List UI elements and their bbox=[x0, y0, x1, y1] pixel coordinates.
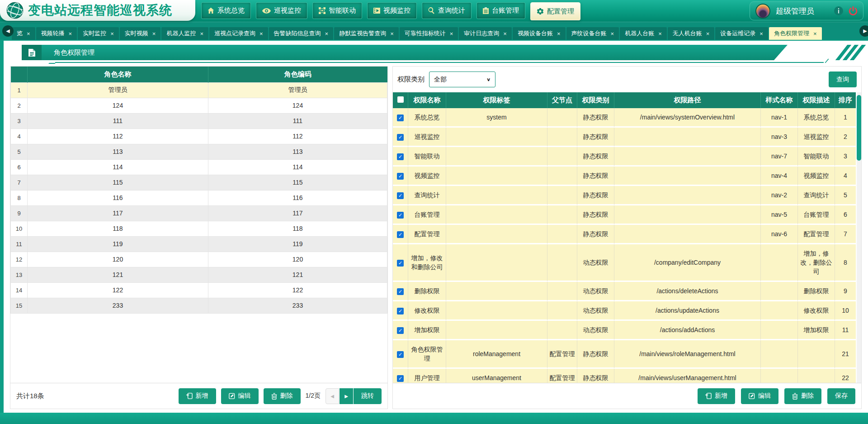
close-icon[interactable]: × bbox=[200, 31, 203, 37]
close-icon[interactable]: × bbox=[325, 31, 329, 37]
info-icon[interactable] bbox=[834, 6, 843, 15]
close-icon[interactable]: × bbox=[813, 31, 817, 37]
permission-row[interactable]: ✓智能联动静态权限nav-7智能联动3 bbox=[393, 147, 856, 167]
tab-item[interactable]: 角色权限管理× bbox=[769, 27, 822, 40]
tab-item[interactable]: 视频轮播× bbox=[36, 27, 77, 40]
permission-row[interactable]: ✓巡视监控静态权限nav-3巡视监控2 bbox=[393, 128, 856, 147]
nav-video-monitor[interactable]: 视频监控 bbox=[367, 2, 417, 19]
row-checkbox[interactable]: ✓ bbox=[397, 134, 404, 141]
permission-row[interactable]: ✓增加权限动态权限/actions/addActions增加权限11 bbox=[393, 321, 856, 340]
permission-row[interactable]: ✓查询统计静态权限nav-2查询统计5 bbox=[393, 186, 856, 205]
row-checkbox[interactable]: ✓ bbox=[397, 231, 404, 238]
close-icon[interactable]: × bbox=[450, 31, 453, 37]
close-icon[interactable]: × bbox=[27, 31, 30, 37]
close-icon[interactable]: × bbox=[390, 31, 394, 37]
role-row[interactable]: 5113113 bbox=[11, 144, 387, 159]
role-row[interactable]: 8116116 bbox=[11, 190, 387, 205]
role-row[interactable]: 6114114 bbox=[11, 159, 387, 175]
query-button[interactable]: 查询 bbox=[829, 71, 857, 87]
row-checkbox[interactable]: ✓ bbox=[397, 288, 404, 295]
permission-row[interactable]: ✓系统总览system静态权限/main/views/systemOvervie… bbox=[393, 108, 856, 128]
role-row[interactable]: 7115115 bbox=[11, 175, 387, 190]
table-cell bbox=[614, 147, 761, 167]
save-button[interactable]: 保存 bbox=[827, 388, 855, 404]
close-icon[interactable]: × bbox=[706, 31, 710, 37]
add-button[interactable]: 新增 bbox=[179, 388, 216, 404]
close-icon[interactable]: × bbox=[760, 31, 763, 37]
delete-button[interactable]: 删除 bbox=[784, 388, 821, 404]
tab-item[interactable]: 机器人监控× bbox=[161, 27, 208, 40]
tab-item[interactable]: 审计日志查询× bbox=[459, 27, 512, 40]
nav-query-statistics[interactable]: 查询统计 bbox=[422, 2, 472, 19]
row-checkbox[interactable]: ✓ bbox=[397, 351, 404, 358]
role-row[interactable]: 3111111 bbox=[11, 113, 387, 129]
tab-item[interactable]: 静默监视告警查询× bbox=[334, 27, 399, 40]
row-checkbox[interactable]: ✓ bbox=[397, 375, 404, 382]
permission-row[interactable]: ✓删除权限动态权限/actions/deleteActions删除权限9 bbox=[393, 282, 856, 301]
scrollbar-thumb[interactable] bbox=[857, 95, 861, 161]
role-row[interactable]: 10118118 bbox=[11, 221, 387, 236]
role-row[interactable]: 11119119 bbox=[11, 236, 387, 252]
nav-config-management[interactable]: 配置管理 bbox=[530, 2, 580, 20]
permission-row[interactable]: ✓用户管理userManagement配置管理静态权限/main/views/u… bbox=[393, 369, 856, 383]
tab-item[interactable]: 无人机台账× bbox=[668, 27, 715, 40]
permission-row[interactable]: ✓视频监控静态权限nav-4视频监控4 bbox=[393, 167, 856, 186]
close-icon[interactable]: × bbox=[658, 31, 662, 37]
add-button[interactable]: 新增 bbox=[698, 388, 735, 404]
edit-button[interactable]: 编辑 bbox=[741, 388, 778, 404]
permission-row[interactable]: ✓台账管理静态权限nav-5台账管理6 bbox=[393, 205, 856, 225]
row-checkbox[interactable]: ✓ bbox=[397, 153, 404, 160]
row-checkbox[interactable]: ✓ bbox=[397, 212, 404, 219]
edit-button[interactable]: 编辑 bbox=[221, 388, 259, 404]
tab-item[interactable]: 声纹设备台账× bbox=[566, 27, 619, 40]
nav-system-overview[interactable]: 系统总览 bbox=[201, 2, 251, 19]
nav-smart-linkage[interactable]: 智能联动 bbox=[312, 2, 362, 19]
tab-scroll-left-button[interactable]: ◀ bbox=[2, 25, 14, 37]
row-checkbox[interactable]: ✓ bbox=[397, 260, 404, 267]
close-icon[interactable]: × bbox=[503, 31, 507, 37]
select-all-checkbox[interactable] bbox=[397, 96, 404, 103]
row-checkbox[interactable]: ✓ bbox=[397, 308, 404, 314]
close-icon[interactable]: × bbox=[110, 31, 114, 37]
row-checkbox[interactable]: ✓ bbox=[397, 192, 404, 199]
role-row[interactable]: 13121121 bbox=[11, 267, 387, 282]
tab-item[interactable]: 实时监控× bbox=[78, 27, 119, 40]
permission-row[interactable]: ✓角色权限管理roleManagement配置管理静态权限/main/views… bbox=[393, 340, 856, 369]
prev-page-button[interactable]: ◀ bbox=[326, 388, 339, 404]
delete-button[interactable]: 删除 bbox=[264, 388, 301, 404]
role-row[interactable]: 15233233 bbox=[11, 298, 387, 313]
nav-inspection-monitor[interactable]: 巡视监控 bbox=[256, 2, 307, 19]
permission-type-select[interactable]: 全部 ∨ bbox=[429, 71, 495, 87]
role-row[interactable]: 1管理员管理员 bbox=[11, 82, 387, 98]
row-checkbox[interactable]: ✓ bbox=[397, 327, 404, 334]
permission-row[interactable]: ✓增加，修改和删除公司动态权限/company/editCompany增加，修改… bbox=[393, 244, 856, 282]
tab-item[interactable]: 机器人台账× bbox=[620, 27, 667, 40]
row-checkbox[interactable]: ✓ bbox=[397, 173, 404, 180]
next-page-button[interactable]: ▶ bbox=[340, 388, 353, 404]
tab-scroll-right-button[interactable]: ▶ bbox=[859, 25, 868, 37]
row-checkbox[interactable]: ✓ bbox=[397, 114, 404, 121]
role-row[interactable]: 12120120 bbox=[11, 252, 387, 267]
close-icon[interactable]: × bbox=[259, 31, 263, 37]
permission-row[interactable]: ✓配置管理静态权限nav-6配置管理7 bbox=[393, 225, 856, 244]
tab-item[interactable]: 设备运维记录× bbox=[715, 27, 768, 40]
close-icon[interactable]: × bbox=[611, 31, 614, 37]
tab-item[interactable]: 览× bbox=[12, 27, 35, 40]
logout-power-icon[interactable] bbox=[849, 6, 858, 15]
close-icon[interactable]: × bbox=[557, 31, 561, 37]
role-row[interactable]: 2124124 bbox=[11, 98, 387, 113]
jump-page-button[interactable]: 跳转 bbox=[354, 388, 382, 404]
tab-item[interactable]: 告警缺陷信息查询× bbox=[269, 27, 334, 40]
user-avatar[interactable] bbox=[755, 4, 770, 19]
tab-item[interactable]: 巡视点记录查询× bbox=[209, 27, 268, 40]
tab-item[interactable]: 可靠性指标统计× bbox=[400, 27, 458, 40]
close-icon[interactable]: × bbox=[152, 31, 156, 37]
permission-row[interactable]: ✓修改权限动态权限/actions/updateActions修改权限10 bbox=[393, 301, 856, 321]
role-row[interactable]: 4112112 bbox=[11, 129, 387, 144]
nav-ledger-management[interactable]: 台账管理 bbox=[476, 2, 525, 19]
close-icon[interactable]: × bbox=[69, 31, 72, 37]
tab-item[interactable]: 视频设备台账× bbox=[513, 27, 566, 40]
role-row[interactable]: 14122122 bbox=[11, 282, 387, 298]
tab-item[interactable]: 实时视频× bbox=[120, 27, 161, 40]
role-row[interactable]: 9117117 bbox=[11, 205, 387, 221]
